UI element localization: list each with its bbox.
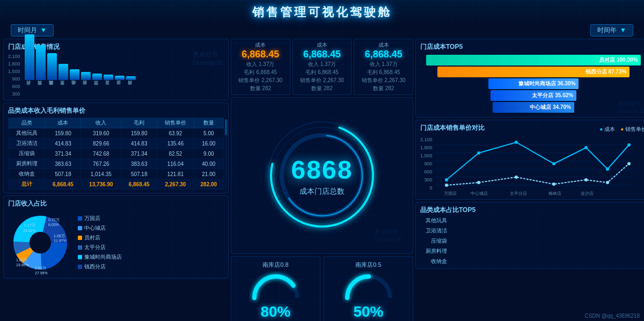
right-column: 门店成本TOP5 员村店 100.00% 钱西分店 87.73% 豫城时尚商场店… [415,39,644,321]
watermark: 奥威软件Ourway BI [193,50,223,67]
mini-gauge-svg-1 [249,271,303,303]
bar [70,69,79,80]
bar [92,74,102,80]
svg-point-24 [606,181,609,184]
line-chart-panel: 门店成本销售单价对比 ● 成本 ● 销售单价 2,100 1,800 1,500… [415,120,644,200]
y-axis: 2,100 1,800 1,500 900 600 300 [8,54,23,97]
gauge-value: 6868 [291,155,353,185]
hbar-item-3: 压缩袋 [420,237,644,245]
svg-text:万国店: 万国店 [444,191,457,196]
svg-point-13 [477,151,480,155]
bar-item: 万国店 [92,74,102,97]
svg-point-19 [445,184,448,187]
hbar-panel: 品类成本占比TOP5 其他玩具 卫浴清洁 压 [415,202,644,269]
svg-point-25 [627,162,631,165]
line-y-axis: 2,100 1,800 1,500 900 600 300 0 [420,137,435,191]
bar [126,76,136,80]
svg-text:梅林店: 梅林店 [548,191,561,196]
price-line [447,164,629,185]
legend-item: 豫城时尚商场店 [78,252,122,262]
bar-item: 员村店 [25,34,34,97]
svg-point-14 [515,141,518,144]
svg-point-15 [552,162,555,165]
bar [81,72,91,80]
bar-item: 太平分店 [58,64,68,97]
hbar-title: 品类成本占比TOP5 [420,206,644,215]
bar-chart: 员村店 钱西分店 豫城时尚商场店 太平分店 [24,54,137,97]
gauge-panel: 6868 成本门店总数 奥威软件Ourway BI [231,97,413,254]
bar-item: 梅林店 [126,76,136,97]
product-table-panel: 品类成本收入毛利销售单价 品类 成本 收入 毛利 销售单价 数量 [3,103,229,193]
kpi-card-3: 成本 6,868.45 收入 1.37万毛利 6,868.45销售单价 2,26… [354,39,413,95]
table-row: 卫浴清洁414.83829.66414.83135.4616.00 [9,138,224,149]
mini-gauge-value-1: 80% [236,303,316,320]
bar [36,45,46,80]
funnel-bar-1: 员村店 100.00% [426,55,641,65]
pie-label: 24.02% [23,229,36,232]
legend-item: 员村店 [78,233,122,243]
pie-label: 11.97% [54,239,67,243]
legend-item: 钱西分店 [78,262,122,272]
pie-label: 19.96% [16,263,29,267]
mini-gauge-row: 南库店0.8 80% 南库店0.5 50% [231,256,413,321]
svg-point-21 [515,176,518,179]
mini-gauge-value-2: 50% [328,303,408,320]
kpi-card-2: 成本 6,868.45 收入 1.37万毛利 6,868.45销售单价 2,26… [292,39,352,95]
svg-point-18 [627,143,631,147]
line-chart-title: 门店成本销售单价对比 [420,123,485,133]
legend-item: 万国店 [78,214,122,223]
pie-label: 27.99% [35,271,48,275]
svg-point-22 [552,183,555,186]
bar-item: 万达金 [104,75,113,97]
hbar-item-1: 其他玩具 [420,217,644,224]
bar-item: 钱西分店 [36,45,46,97]
top5-funnel-panel: 门店成本TOP5 员村店 100.00% 钱西分店 87.73% 豫城时尚商场店… [415,39,644,118]
left-column: 门店成本销售情况 2,100 1,800 1,500 900 600 300 员… [3,39,229,321]
hbar-item-2: 卫浴清洁 [420,227,644,235]
bar-item: 新洲店 [81,72,91,97]
svg-point-20 [477,181,480,184]
bar [25,34,34,80]
scroll-thumb[interactable] [225,119,227,135]
line-legend: ● 成本 ● 销售单价 [599,126,644,133]
hbar-item-5: 收纳盒 [420,258,644,265]
gauge-subtitle: 成本门店总数 [291,187,353,196]
funnel-bar-3: 豫城时尚商场店 36.30% [488,78,579,89]
pie-chart-panel: 门店收入占比 2.17万 24.02% 0.72万 [3,195,229,279]
scrollbar[interactable] [225,119,227,191]
pie-label: 1.08万 [54,234,65,238]
svg-point-16 [584,146,588,149]
mini-gauge-title-2: 南库店0.5 [328,261,408,269]
legend-item: 太平分店 [78,243,122,252]
table-total-row: 总计6,868.4513,736.906,868.452,267.30282.0… [9,179,224,189]
bar [115,76,125,80]
product-data-table: 品类 成本 收入 毛利 销售单价 数量 其他玩具159.80319.60159.… [8,118,224,189]
pie-label: 2.52万 [35,266,46,270]
line-chart-svg: 万国店 中心城店 太平分店 梅林店 金沙店 [436,137,634,196]
csdn-tag: CSDN @qq_43696218 [585,313,640,319]
funnel-bar-4: 太平分店 35.02% [491,90,576,101]
hbar-list: 其他玩具 卫浴清洁 压缩袋 [420,217,644,265]
mini-gauge-title-1: 南库店0.8 [236,261,316,269]
bar-item: 豫城时尚商场店 [47,53,57,97]
kpi-row: 成本 6,868.45 收入 1.37万毛利 6,868.45销售单价 2,26… [231,39,413,95]
funnel-bar-2: 钱西分店 87.73% [437,67,630,77]
pie-legend: 万国店 中心城店 员村店 太平分店 豫城时尚商场店 钱西分店 [78,214,122,272]
pie-label: 0.72万 [48,218,60,222]
funnel-bar-5: 中心城店 34.70% [493,102,574,113]
pie-label: 2.17万 [24,223,35,227]
store-bar-chart-panel: 门店成本销售情况 2,100 1,800 1,500 900 600 300 员… [3,39,229,100]
table-row: 其他玩具159.80319.60159.8063.925.00 [9,128,224,138]
bar [58,64,68,80]
bar [104,75,113,80]
bar [47,53,57,80]
svg-point-23 [584,178,588,181]
pie-label: 8.00% [48,223,59,227]
top5-title: 门店成本TOP5 [420,42,644,52]
svg-point-17 [606,167,609,171]
dashboard: 门店成本销售情况 2,100 1,800 1,500 900 600 300 员… [0,38,644,321]
svg-text:中心城店: 中心城店 [471,191,488,196]
pie-container: 2.17万 24.02% 0.72万 8.00% 1.08万 11.97% 1.… [8,210,224,275]
time-year-selector[interactable]: 时间年 ▼ [590,24,633,37]
main-title: 销售管理可视化驾驶舱 [0,0,644,23]
